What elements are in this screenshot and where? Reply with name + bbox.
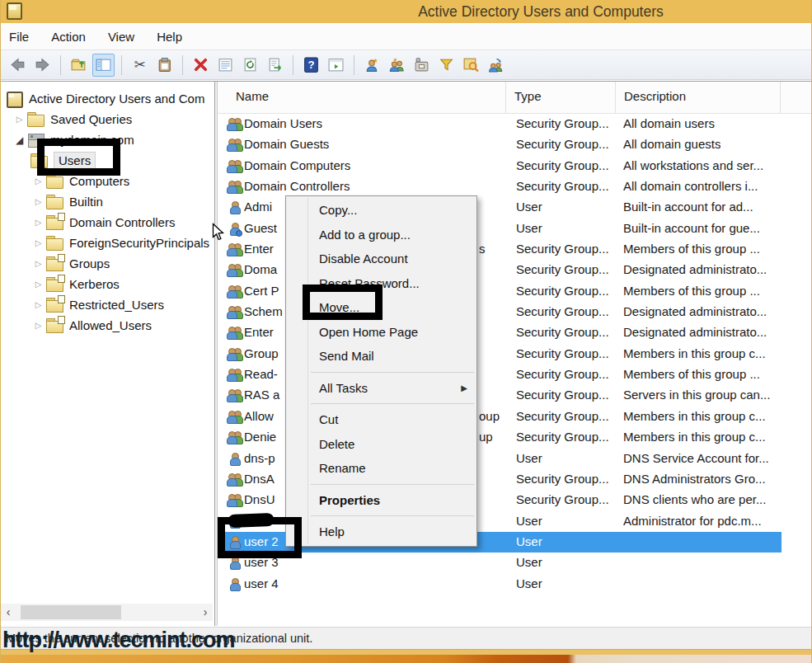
cut-icon[interactable]: ✂ [129, 54, 151, 77]
cell-type: Security Group... [516, 325, 609, 339]
context-menu-item-delete[interactable]: Delete [286, 432, 476, 457]
cell-description: Members of this group ... [623, 242, 760, 256]
context-menu-item-open-home-page[interactable]: Open Home Page [286, 320, 476, 345]
tree-item-icon [27, 112, 45, 126]
tree-item-label: Restricted_Users [69, 298, 164, 312]
table-row[interactable]: Domain Guests Security Group... All doma… [218, 134, 811, 155]
forward-icon[interactable] [31, 54, 54, 77]
expander-icon[interactable] [12, 134, 27, 146]
tree-item-root[interactable]: Active Directory Users and Com [1, 88, 214, 109]
cell-name: Allow [244, 409, 274, 423]
menu-action[interactable]: Action [51, 30, 86, 44]
add-to-group-icon[interactable] [485, 54, 507, 77]
tree-item-builtin[interactable]: Builtin [1, 191, 214, 212]
table-row[interactable]: user 3 User [218, 552, 811, 573]
cell-name: RAS a [244, 388, 279, 402]
context-menu-item-disable-account[interactable]: Disable Account [286, 247, 476, 271]
app-icon [7, 2, 22, 20]
context-menu-item-add-to-a-group[interactable]: Add to a group... [286, 223, 476, 247]
column-header-blank[interactable] [781, 82, 811, 113]
show-hide-console-tree-icon[interactable] [92, 54, 115, 77]
back-icon[interactable] [7, 54, 29, 77]
expander-icon[interactable] [12, 115, 27, 124]
expander-icon[interactable] [31, 300, 46, 309]
scrollbar-track[interactable] [16, 604, 198, 621]
context-menu-item-all-tasks[interactable]: All Tasks [286, 376, 476, 401]
context-menu-item[interactable] [286, 369, 476, 376]
tree-item-domain-controllers[interactable]: Domain Controllers [1, 212, 214, 233]
tree-item-allowed-users[interactable]: Allowed_Users [1, 315, 214, 336]
paste-icon[interactable] [153, 54, 176, 77]
scrollbar-thumb[interactable] [21, 605, 121, 619]
tree-item-restricted-users[interactable]: Restricted_Users [1, 294, 214, 315]
expander-icon[interactable] [31, 218, 46, 227]
context-menu-item-cut[interactable]: Cut [286, 407, 476, 432]
context-menu-item-rename[interactable]: Rename [286, 456, 476, 481]
tree-item-foreignsecurityprincipals[interactable]: ForeignSecurityPrincipals [1, 233, 214, 253]
expander-icon[interactable] [31, 238, 46, 247]
table-row[interactable]: user 4 User [218, 574, 811, 595]
cell-name: Domain Users [244, 116, 322, 130]
cell-name: Group [244, 346, 279, 360]
expander-icon[interactable] [31, 321, 46, 330]
filter-icon[interactable] [435, 54, 458, 77]
help-icon[interactable]: ? [300, 54, 322, 77]
aduc-window: Active Directory Users and Computers Fil… [0, 0, 812, 663]
find-icon[interactable] [460, 54, 482, 77]
annotation-box-user2 [218, 517, 302, 558]
expander-icon[interactable] [31, 197, 46, 206]
create-ou-icon[interactable] [411, 54, 433, 77]
object-type-icon [227, 263, 243, 278]
cell-type: Security Group... [516, 137, 609, 151]
up-one-level-icon[interactable] [68, 54, 90, 77]
object-type-icon [227, 180, 243, 195]
column-header-description[interactable]: Description [616, 82, 781, 113]
menu-view[interactable]: View [108, 30, 134, 44]
cell-description: Administrator for pdc.m... [623, 514, 762, 528]
table-row[interactable]: Domain Computers Security Group... All w… [218, 156, 811, 176]
tree-item-icon [46, 195, 63, 209]
menu-help[interactable]: Help [157, 30, 182, 44]
context-menu-item-send-mail[interactable]: Send Mail [286, 344, 476, 369]
cell-name: Domain Controllers [244, 179, 350, 193]
delete-icon[interactable] [190, 54, 212, 77]
toolbar-separator [60, 55, 61, 75]
tree-item-label: Builtin [69, 195, 103, 209]
create-user-icon[interactable] [361, 54, 383, 77]
context-menu-item-help[interactable]: Help [286, 520, 476, 544]
cell-type: Security Group... [516, 304, 609, 318]
context-menu-item-properties[interactable]: Properties [286, 488, 476, 513]
column-header-name[interactable]: Name [218, 82, 506, 113]
refresh-icon[interactable] [239, 54, 261, 77]
tree-item-groups[interactable]: Groups [1, 253, 214, 274]
menu-file[interactable]: File [9, 30, 29, 44]
context-menu-item[interactable] [286, 512, 476, 520]
tree-item-icon [46, 277, 63, 291]
tree-item-kerberos[interactable]: Kerberos [1, 274, 214, 294]
expander-icon[interactable] [31, 176, 46, 186]
table-row[interactable]: Domain Controllers Security Group... All… [218, 176, 811, 197]
scroll-right-arrow-icon[interactable]: › [198, 604, 213, 621]
expander-icon[interactable] [31, 280, 46, 289]
expander-icon[interactable] [31, 259, 46, 268]
context-menu-item[interactable] [286, 481, 476, 488]
column-header-type[interactable]: Type [506, 82, 616, 113]
create-group-icon[interactable] [386, 54, 408, 77]
context-menu: Copy... Add to a group... Disable Accoun… [285, 195, 477, 547]
tree-item-saved-queries[interactable]: Saved Queries [1, 109, 214, 129]
cell-type: Security Group... [516, 262, 609, 276]
horizontal-scrollbar[interactable]: ‹ › [1, 604, 213, 621]
context-menu-item[interactable] [286, 400, 476, 407]
cell-type: Security Group... [516, 179, 609, 193]
scroll-left-arrow-icon[interactable]: ‹ [1, 604, 16, 621]
context-menu-item-copy[interactable]: Copy... [286, 198, 476, 223]
context-menu-item-label: Send Mail [319, 349, 374, 363]
object-type-icon [227, 242, 243, 257]
cell-name: Enter [244, 242, 274, 256]
export-list-icon[interactable] [264, 54, 286, 77]
table-row[interactable]: Domain Users Security Group... All domai… [218, 114, 811, 134]
object-type-icon [227, 117, 243, 132]
properties-icon[interactable] [214, 54, 237, 77]
cell-name: Read- [244, 367, 278, 381]
action-pane-icon[interactable] [325, 54, 347, 77]
